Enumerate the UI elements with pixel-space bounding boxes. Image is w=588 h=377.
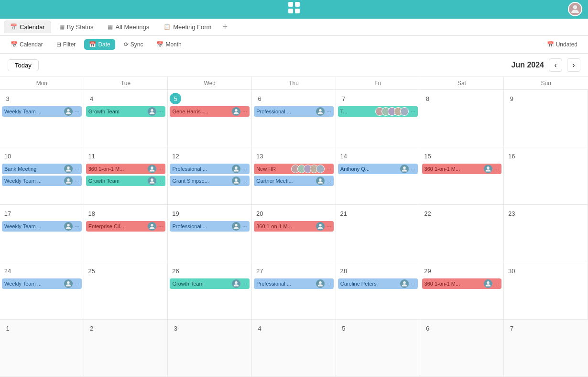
- calendar-cell[interactable]: 21+: [336, 205, 420, 262]
- calendar-event[interactable]: Grant Simpso...⋯: [170, 176, 250, 186]
- calendar-cell[interactable]: 25+: [84, 262, 168, 320]
- calendar-event[interactable]: 360 1-on-1 M...⋯: [86, 164, 166, 174]
- event-dots-button[interactable]: ⋯: [327, 109, 331, 114]
- calendar-cell[interactable]: 14+Anthony Q...⋯: [336, 147, 420, 205]
- tab-all-meetings[interactable]: ▦ All Meetings: [101, 21, 155, 33]
- calendar-cell[interactable]: 6+: [420, 320, 504, 377]
- calendar-cell[interactable]: 4+: [252, 320, 336, 377]
- calendar-cell[interactable]: 18+Enterprise Cli...⋯: [84, 205, 168, 262]
- event-dots-button[interactable]: ⋯: [75, 109, 79, 114]
- calendar-cell[interactable]: 11+360 1-on-1 M...⋯Growth Team⋯: [84, 147, 168, 205]
- calendar-cell[interactable]: 24+Weekly Team ...⋯: [0, 262, 84, 320]
- calendar-event[interactable]: Enterprise Cli...⋯: [86, 221, 166, 232]
- calendar-cell[interactable]: 3+Weekly Team ...⋯: [0, 90, 84, 147]
- today-button[interactable]: Today: [8, 59, 39, 71]
- calendar-cell[interactable]: 22+: [420, 205, 504, 262]
- calendar-event[interactable]: New HR⋯: [254, 164, 334, 174]
- calendar-cell[interactable]: 2+: [84, 320, 168, 377]
- add-tab-button[interactable]: +: [219, 22, 230, 32]
- event-dots-button[interactable]: ⋯: [75, 166, 79, 172]
- event-dots-button[interactable]: ⋯: [242, 178, 247, 184]
- prev-month-button[interactable]: ‹: [549, 58, 562, 72]
- calendar-cell[interactable]: 30+: [504, 262, 588, 320]
- event-dots-button[interactable]: ⋯: [75, 281, 79, 287]
- event-dots-button[interactable]: ⋯: [494, 166, 499, 172]
- calendar-cell[interactable]: 7+: [504, 320, 588, 377]
- event-dots-button[interactable]: ⋯: [242, 224, 247, 229]
- event-dots-button[interactable]: ⋯: [158, 224, 163, 229]
- calendar-event[interactable]: Growth Team⋯: [86, 176, 166, 186]
- calendar-cell[interactable]: 20+360 1-on-1 M...⋯: [252, 205, 336, 262]
- calendar-event[interactable]: 360 1-on-1 M...⋯: [422, 164, 502, 174]
- calendar-cell[interactable]: 9+: [504, 90, 588, 147]
- calendar-event[interactable]: Weekly Team ...⋯: [2, 106, 82, 117]
- filter-button[interactable]: ⊟ Filter: [52, 39, 81, 50]
- calendar-cell[interactable]: 19+Professional ...⋯: [168, 205, 252, 262]
- event-dots-button[interactable]: ⋯: [327, 224, 331, 229]
- event-dots-button[interactable]: ⋯: [242, 281, 247, 287]
- calendar-event[interactable]: Gene Harris -...⋯: [170, 106, 250, 117]
- calendar-cell[interactable]: 1+: [0, 320, 84, 377]
- calendar-cell[interactable]: 26+Growth Team⋯: [168, 262, 252, 320]
- calendar-cell[interactable]: 27+Professional ...⋯: [252, 262, 336, 320]
- calendar-cell[interactable]: 28+Caroline Peters⋯: [336, 262, 420, 320]
- calendar-event[interactable]: Weekly Team ...⋯: [2, 176, 82, 186]
- tab-by-status[interactable]: ▦ By Status: [53, 21, 100, 33]
- month-button[interactable]: 📅 Month: [152, 39, 186, 50]
- event-dots-button[interactable]: ⋯: [158, 166, 163, 172]
- event-dots-button[interactable]: ⋯: [411, 281, 415, 287]
- event-dots-button[interactable]: ⋯: [242, 166, 247, 172]
- event-dots-button[interactable]: ⋯: [327, 178, 331, 184]
- calendar-cell[interactable]: 4+Growth Team⋯: [84, 90, 168, 147]
- calendar-event[interactable]: 360 1-on-1 M...⋯: [254, 221, 334, 232]
- event-dots-button[interactable]: ⋯: [75, 224, 79, 229]
- tab-calendar[interactable]: 📅 Calendar: [4, 21, 51, 33]
- calendar-event[interactable]: 360 1-on-1 M...⋯: [422, 278, 502, 289]
- calendar-event[interactable]: Weekly Team ...⋯: [2, 278, 82, 289]
- event-dots-button[interactable]: ⋯: [327, 166, 331, 172]
- calendar-cell[interactable]: 7+T...⋯: [336, 90, 420, 147]
- next-month-button[interactable]: ›: [567, 58, 580, 72]
- calendar-cell[interactable]: 16+: [504, 147, 588, 205]
- calendar-view-icon: 📅: [11, 41, 18, 48]
- event-dots-button[interactable]: ⋯: [411, 109, 415, 114]
- calendar-cell[interactable]: 12+Professional ...⋯Grant Simpso...⋯: [168, 147, 252, 205]
- event-dots-button[interactable]: ⋯: [411, 166, 415, 172]
- calendar-cell[interactable]: 15+360 1-on-1 M...⋯: [420, 147, 504, 205]
- event-dots-button[interactable]: ⋯: [75, 178, 79, 184]
- calendar-event[interactable]: Professional ...⋯: [170, 164, 250, 174]
- calendar-cell[interactable]: 13+New HR⋯Gartner Meeti...⋯: [252, 147, 336, 205]
- calendar-event[interactable]: Professional ...⋯: [254, 278, 334, 289]
- calendar-event[interactable]: Anthony Q...⋯: [338, 164, 418, 174]
- event-dots-button[interactable]: ⋯: [242, 109, 247, 114]
- undated-button[interactable]: 📅 Undated: [542, 39, 582, 50]
- event-dots-button[interactable]: ⋯: [158, 178, 163, 184]
- calendar-event[interactable]: Professional ...⋯: [170, 221, 250, 232]
- calendar-event[interactable]: Professional ...⋯: [254, 106, 334, 117]
- calendar-event[interactable]: Caroline Peters⋯: [338, 278, 418, 289]
- user-avatar[interactable]: [568, 2, 582, 16]
- calendar-view-button[interactable]: 📅 Calendar: [6, 39, 48, 50]
- calendar-cell[interactable]: 3+: [168, 320, 252, 377]
- cell-header: 25+: [86, 265, 166, 277]
- event-dots-button[interactable]: ⋯: [494, 281, 499, 287]
- date-button[interactable]: 📅 Date: [84, 39, 115, 50]
- calendar-event[interactable]: Bank Meeting⋯: [2, 164, 82, 174]
- calendar-event[interactable]: Growth Team⋯: [86, 106, 166, 117]
- calendar-cell[interactable]: 29+360 1-on-1 M...⋯: [420, 262, 504, 320]
- event-dots-button[interactable]: ⋯: [158, 109, 163, 114]
- calendar-cell[interactable]: 6+Professional ...⋯: [252, 90, 336, 147]
- calendar-cell[interactable]: 23+: [504, 205, 588, 262]
- calendar-cell[interactable]: 10+Bank Meeting⋯Weekly Team ...⋯: [0, 147, 84, 205]
- tab-meeting-form[interactable]: 📋 Meeting Form: [157, 21, 218, 33]
- calendar-event[interactable]: Gartner Meeti...⋯: [254, 176, 334, 186]
- calendar-cell[interactable]: 5+: [336, 320, 420, 377]
- calendar-cell[interactable]: 5+Gene Harris -...⋯: [168, 90, 252, 147]
- calendar-cell[interactable]: 17+Weekly Team ...⋯: [0, 205, 84, 262]
- event-dots-button[interactable]: ⋯: [327, 281, 331, 287]
- calendar-event[interactable]: T...⋯: [338, 106, 418, 117]
- calendar-event[interactable]: Growth Team⋯: [170, 278, 250, 289]
- sync-button[interactable]: ⟳ Sync: [119, 39, 148, 50]
- calendar-event[interactable]: Weekly Team ...⋯: [2, 221, 82, 232]
- calendar-cell[interactable]: 8+: [420, 90, 504, 147]
